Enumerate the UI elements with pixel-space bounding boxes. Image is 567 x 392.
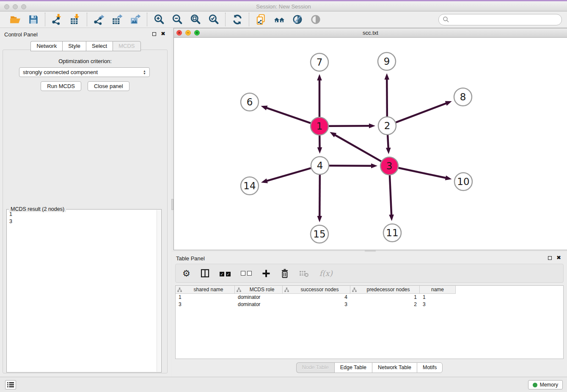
graph-node-7[interactable]: 7 <box>311 53 328 71</box>
mcds-result-text[interactable]: 1 3 <box>7 210 156 372</box>
svg-text:15: 15 <box>313 229 325 240</box>
table-row[interactable]: 1dominator411 <box>176 294 563 301</box>
graph-node-2[interactable]: 2 <box>378 117 396 135</box>
task-history-button[interactable] <box>5 380 16 389</box>
open-folder-icon <box>10 14 21 25</box>
graph-edge[interactable] <box>329 126 370 126</box>
graph-node-4[interactable]: 4 <box>311 157 329 174</box>
table-cell: 1 <box>350 294 420 301</box>
deselect-all-rows-button[interactable] <box>241 270 252 277</box>
select-all-rows-button[interactable]: ✓✓ <box>220 270 231 277</box>
first-neighbors-button[interactable] <box>273 14 285 25</box>
zoom-in-button[interactable] <box>153 14 165 25</box>
float-panel-icon[interactable] <box>152 32 156 36</box>
apply-layout-button[interactable] <box>231 14 243 25</box>
result-scrollbar[interactable] <box>157 210 161 372</box>
columns-icon <box>201 269 209 278</box>
close-panel-button[interactable]: Close panel <box>88 81 129 91</box>
export-network-button[interactable] <box>93 14 105 25</box>
import-network-button[interactable] <box>51 14 63 25</box>
run-mcds-button[interactable]: Run MCDS <box>41 81 81 91</box>
tab-motifs[interactable]: Motifs <box>417 362 443 373</box>
graph-edge[interactable] <box>396 103 447 123</box>
graph-edge-arrowhead <box>261 178 268 183</box>
float-panel-icon[interactable] <box>548 256 552 260</box>
graph-node-9[interactable]: 9 <box>378 52 396 70</box>
graph-node-1[interactable]: 1 <box>311 117 328 135</box>
table-row[interactable]: 3dominator323 <box>176 301 563 308</box>
tab-network-table[interactable]: Network Table <box>372 362 417 373</box>
graph-edge[interactable] <box>388 135 388 149</box>
table-panel-title: Table Panel <box>172 252 567 262</box>
memory-button[interactable]: Memory <box>528 380 563 389</box>
network-canvas[interactable]: 7968124314101511 <box>174 38 567 250</box>
graph-node-8[interactable]: 8 <box>454 88 472 106</box>
delete-table-button[interactable] <box>299 270 309 277</box>
table-settings-button[interactable]: ⚙ <box>182 269 190 278</box>
clone-network-button[interactable] <box>255 14 267 25</box>
zoom-selected-button[interactable] <box>208 14 219 25</box>
tab-style[interactable]: Style <box>62 41 86 51</box>
open-session-button[interactable] <box>9 14 21 25</box>
status-bar: Memory <box>0 377 567 392</box>
tab-mcds[interactable]: MCDS <box>113 41 140 51</box>
export-table-button[interactable] <box>111 14 123 25</box>
add-column-button[interactable] <box>262 269 270 278</box>
graph-node-14[interactable]: 14 <box>241 177 259 195</box>
graph-node-3[interactable]: 3 <box>380 157 398 175</box>
column-header-successor-nodes[interactable]: successor nodes <box>283 286 350 293</box>
optimization-select-value: strongly connected component <box>23 69 143 75</box>
node-table: shared nameMCDS rolesuccessor nodesprede… <box>175 285 564 359</box>
mcds-panel-body: Optimization criterion: strongly connect… <box>3 50 168 373</box>
zoom-out-button[interactable] <box>171 14 183 25</box>
graph-edge[interactable] <box>266 168 311 181</box>
svg-text:4: 4 <box>317 160 323 171</box>
close-panel-icon[interactable]: ✖ <box>556 256 561 260</box>
function-icon: f(x) <box>319 269 333 278</box>
memory-label: Memory <box>540 382 558 388</box>
tab-edge-table[interactable]: Edge Table <box>334 362 372 373</box>
export-image-button[interactable] <box>129 14 141 25</box>
search-input[interactable] <box>449 17 558 23</box>
tab-node-table[interactable]: Node Table <box>296 362 334 373</box>
titlebar: Session: New Session <box>0 0 567 11</box>
graph-node-10[interactable]: 10 <box>454 173 472 190</box>
select-chevrons-icon: ▲▼ <box>143 70 146 75</box>
unchecked-boxes-icon <box>241 270 252 277</box>
clone-network-icon <box>256 14 267 25</box>
column-layout-button[interactable] <box>201 269 209 278</box>
column-header-MCDS-role[interactable]: MCDS role <box>235 286 283 293</box>
graph-edge-arrowhead <box>261 106 267 110</box>
graph-edge-arrowhead <box>389 215 394 221</box>
column-header-shared-name[interactable]: shared name <box>176 286 235 293</box>
show-hidden-button[interactable] <box>310 14 321 25</box>
tab-network[interactable]: Network <box>30 41 62 51</box>
graph-edge[interactable] <box>329 166 372 166</box>
delete-column-button[interactable] <box>281 269 289 278</box>
optimization-select[interactable]: strongly connected component ▲▼ <box>19 67 150 77</box>
close-panel-icon[interactable]: ✖ <box>161 32 165 36</box>
function-builder-button[interactable]: f(x) <box>319 269 333 278</box>
import-table-button[interactable] <box>69 14 81 25</box>
houses-icon <box>274 14 285 25</box>
zoom-fit-button[interactable] <box>190 14 201 25</box>
tab-select[interactable]: Select <box>86 41 113 51</box>
column-header-name[interactable]: name <box>420 286 456 293</box>
graph-edge[interactable] <box>387 79 387 116</box>
graph-edge[interactable] <box>266 108 311 123</box>
graph-edge[interactable] <box>335 135 381 161</box>
column-header-predecessor-nodes[interactable]: predecessor nodes <box>350 286 420 293</box>
graph-node-6[interactable]: 6 <box>241 93 259 111</box>
graph-node-11[interactable]: 11 <box>383 224 401 242</box>
application-window: Session: New Session <box>0 0 567 392</box>
import-table-icon <box>70 14 81 25</box>
graph-node-15[interactable]: 15 <box>311 225 328 243</box>
graph-edge[interactable] <box>319 175 320 217</box>
control-panel-title: Control Panel <box>0 28 171 38</box>
control-panel: Control Panel ✖ Network Style Select MCD… <box>0 28 171 377</box>
save-session-button[interactable] <box>28 14 39 25</box>
graph-edge[interactable] <box>399 168 446 178</box>
graph-edge[interactable] <box>390 175 391 215</box>
hide-selected-button[interactable] <box>292 14 303 25</box>
checked-boxes-icon: ✓✓ <box>220 270 231 277</box>
